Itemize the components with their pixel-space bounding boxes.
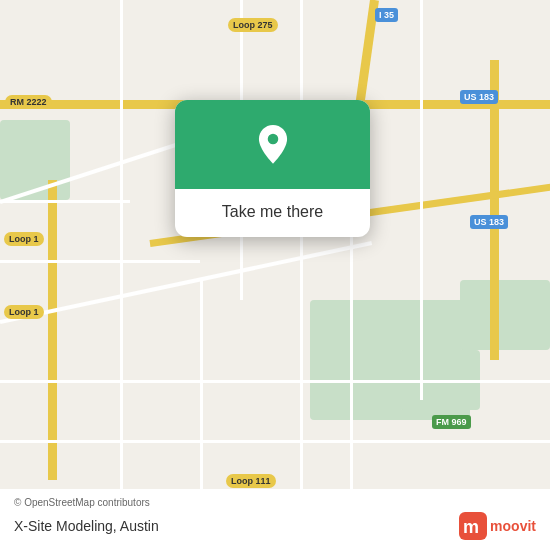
popup-body: Take me there [175, 189, 370, 237]
location-name: X-Site Modeling, Austin [14, 518, 159, 534]
take-me-there-button[interactable]: Take me there [191, 203, 354, 221]
bottom-row: X-Site Modeling, Austin m moovit [14, 512, 536, 540]
loop275-label: Loop 275 [228, 18, 278, 32]
loop1-road [48, 180, 57, 480]
loop111-label: Loop 111 [226, 474, 276, 488]
location-pin-icon [251, 125, 295, 169]
bottom-bar: © OpenStreetMap contributors X-Site Mode… [0, 489, 550, 550]
road-v6 [420, 0, 423, 400]
popup-header [175, 100, 370, 189]
fm969-label: FM 969 [432, 415, 471, 429]
road-h5 [0, 200, 130, 203]
road-h3 [0, 440, 550, 443]
map-attribution: © OpenStreetMap contributors [14, 497, 536, 508]
svg-text:m: m [463, 517, 479, 537]
road-h4 [0, 260, 200, 263]
road-v1 [120, 0, 123, 550]
us183-label-1: US 183 [460, 90, 498, 104]
road-v3 [300, 0, 303, 550]
map-container: Loop 275 RM 2222 Loop 1 Loop 1 I 35 US 1… [0, 0, 550, 550]
us183-road [490, 60, 499, 360]
moovit-icon: m [459, 512, 487, 540]
loop1-label-2: Loop 1 [4, 305, 44, 319]
moovit-label: moovit [490, 518, 536, 534]
moovit-logo[interactable]: m moovit [459, 512, 536, 540]
map-background [0, 0, 550, 550]
loop1-label-1: Loop 1 [4, 232, 44, 246]
i35-label: I 35 [375, 8, 398, 22]
us183-label-2: US 183 [470, 215, 508, 229]
popup-card: Take me there [175, 100, 370, 237]
green-area-4 [460, 280, 550, 350]
road-h2 [0, 380, 550, 383]
rm2222-label-1: RM 2222 [5, 95, 52, 109]
svg-point-0 [267, 134, 278, 145]
